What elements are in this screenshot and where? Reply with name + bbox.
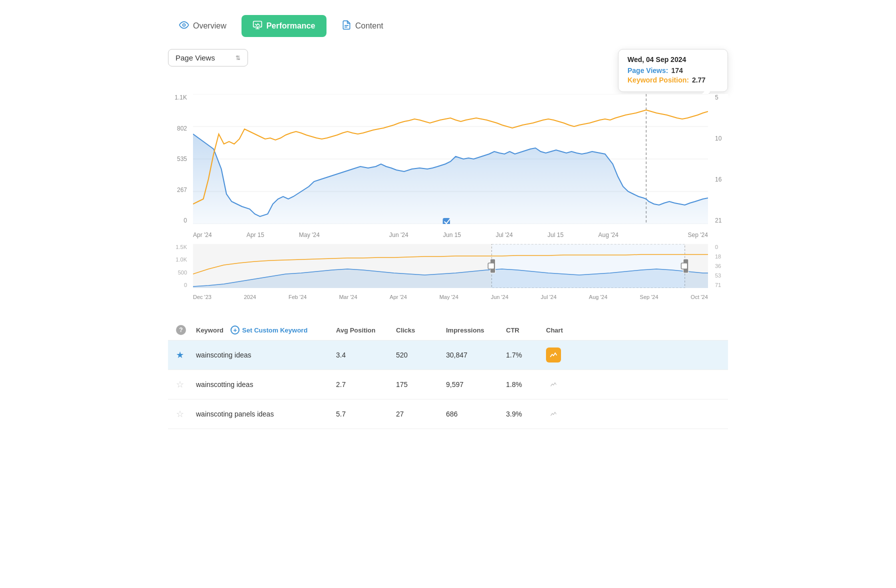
star-filled-icon[interactable]: ★	[176, 350, 184, 360]
svg-rect-16	[488, 263, 494, 269]
clicks-col-header: Clicks	[396, 326, 446, 334]
chart-toggle-button-inactive[interactable]	[546, 406, 561, 422]
keyword-col-header: Keyword + Set Custom Keyword	[196, 326, 336, 334]
mini-chart-y-left: 1.5K 1.0K 500 0	[168, 244, 190, 288]
overview-icon	[179, 20, 189, 32]
chart-col-header: Chart	[546, 326, 586, 334]
tab-performance-label: Performance	[266, 22, 316, 30]
controls-row: Page Views ⇅ Wed, 04 Sep 2024 Page Views…	[168, 49, 728, 92]
tooltip-date: Wed, 04 Sep 2024	[628, 56, 718, 64]
tab-content-label: Content	[356, 22, 384, 30]
clicks-cell-1: 520	[396, 351, 446, 359]
help-icon-cell: ?	[176, 325, 196, 335]
main-chart-y-left: 1.1K 802 535 267 0	[168, 94, 190, 224]
chart-toggle-button-inactive[interactable]	[546, 377, 561, 392]
impressions-cell-1: 30,847	[446, 351, 506, 359]
set-custom-label: Set Custom Keyword	[242, 326, 308, 334]
star-empty-icon[interactable]: ☆	[176, 380, 184, 390]
impressions-col-header: Impressions	[446, 326, 506, 334]
tab-bar: Overview Performance Conten	[168, 15, 728, 37]
clicks-header-label: Clicks	[396, 326, 415, 334]
avg-position-cell-3: 5.7	[336, 410, 396, 418]
chart-btn-cell-1[interactable]	[546, 348, 586, 362]
main-chart-y-right: 5 10 16 21	[713, 94, 728, 224]
chevron-down-icon: ⇅	[236, 54, 240, 62]
tab-performance[interactable]: Performance	[242, 15, 326, 37]
tooltip-pageviews-value: 174	[671, 66, 682, 74]
table-header: ? Keyword + Set Custom Keyword Avg Posit…	[168, 320, 728, 340]
ctr-header-label: CTR	[506, 326, 520, 334]
mini-chart: 1.5K 1.0K 500 0 0 18 36 53 71	[168, 244, 728, 304]
impressions-header-label: Impressions	[446, 326, 484, 334]
content-icon	[342, 20, 352, 32]
impressions-cell-3: 686	[446, 410, 506, 418]
set-custom-keyword-button[interactable]: + Set Custom Keyword	[230, 326, 308, 334]
tooltip-area: Wed, 04 Sep 2024 Page Views: 174 Keyword…	[618, 49, 728, 92]
clicks-cell-2: 175	[396, 380, 446, 388]
keywords-table: ? Keyword + Set Custom Keyword Avg Posit…	[168, 320, 728, 429]
avg-position-cell-2: 2.7	[336, 380, 396, 388]
mini-chart-canvas[interactable]	[193, 244, 708, 288]
star-empty-icon[interactable]: ☆	[176, 409, 184, 419]
star-cell-3[interactable]: ☆	[176, 408, 196, 420]
main-chart-x-labels: Apr '24 Apr 15 May '24 Jun '24 Jun 15 Ju…	[193, 226, 708, 244]
avg-position-cell-1: 3.4	[336, 351, 396, 359]
tooltip-keyword-label: Keyword Position:	[628, 76, 689, 84]
help-icon[interactable]: ?	[176, 325, 186, 335]
tab-overview[interactable]: Overview	[168, 15, 238, 37]
ctr-cell-2: 1.8%	[506, 380, 546, 388]
table-row: ☆ wainscotting ideas 2.7 175 9,597 1.8%	[168, 370, 728, 400]
tab-overview-label: Overview	[193, 22, 226, 30]
impressions-cell-2: 9,597	[446, 380, 506, 388]
star-cell-2[interactable]: ☆	[176, 379, 196, 390]
mini-chart-y-right: 0 18 36 53 71	[713, 244, 728, 288]
keyword-cell-3: wainscoting panels ideas	[196, 410, 336, 418]
keyword-cell-1: wainscoting ideas	[196, 351, 336, 359]
main-chart: 1.1K 802 535 267 0 5 10 16 21	[168, 94, 728, 244]
chart-toggle-button-active[interactable]	[546, 348, 561, 362]
performance-icon	[252, 20, 262, 32]
chart-btn-cell-2[interactable]	[546, 377, 586, 392]
ctr-cell-1: 1.7%	[506, 351, 546, 359]
tooltip-keyword-value: 2.77	[692, 76, 706, 84]
keyword-header-label: Keyword	[196, 326, 224, 334]
metric-dropdown[interactable]: Page Views ⇅	[168, 49, 248, 66]
chart-header-label: Chart	[546, 326, 563, 334]
chart-btn-cell-3[interactable]	[546, 406, 586, 422]
table-row: ☆ wainscoting panels ideas 5.7 27 686 3.…	[168, 400, 728, 429]
svg-point-0	[183, 24, 186, 26]
mini-chart-x-labels: Dec '23 2024 Feb '24 Mar '24 Apr '24 May…	[193, 290, 708, 304]
dropdown-label: Page Views	[176, 54, 215, 62]
tooltip-pageviews-label: Page Views:	[628, 66, 668, 74]
add-icon: +	[230, 326, 240, 334]
main-chart-canvas	[193, 94, 708, 224]
table-row: ★ wainscoting ideas 3.4 520 30,847 1.7%	[168, 340, 728, 370]
svg-rect-17	[681, 263, 687, 269]
chart-tooltip: Wed, 04 Sep 2024 Page Views: 174 Keyword…	[618, 49, 728, 92]
clicks-cell-3: 27	[396, 410, 446, 418]
ctr-col-header: CTR	[506, 326, 546, 334]
avg-position-header-label: Avg Position	[336, 326, 376, 334]
keyword-cell-2: wainscotting ideas	[196, 380, 336, 388]
ctr-cell-3: 3.9%	[506, 410, 546, 418]
avg-position-col-header: Avg Position	[336, 326, 396, 334]
tab-content[interactable]: Content	[330, 15, 394, 37]
star-cell-1[interactable]: ★	[176, 350, 196, 360]
